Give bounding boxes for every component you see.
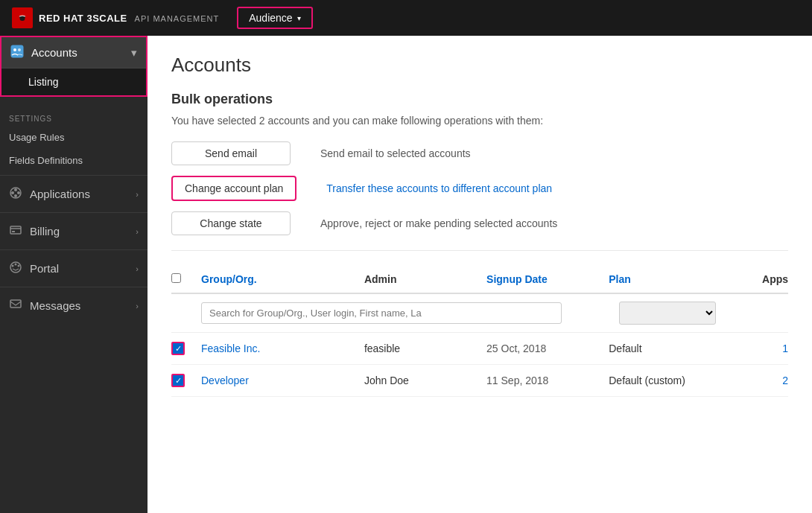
svg-rect-9 bbox=[10, 226, 21, 234]
svg-point-8 bbox=[14, 194, 17, 197]
billing-icon bbox=[9, 223, 22, 239]
row-signup-developer: 11 Sep, 2018 bbox=[486, 375, 609, 386]
row-admin-feasible: feasible bbox=[364, 342, 486, 354]
group-search-input[interactable] bbox=[201, 302, 562, 324]
bulk-ops-description: You have selected 2 accounts and you can… bbox=[171, 115, 788, 127]
page-title: Accounts bbox=[171, 54, 788, 77]
chevron-down-icon: ▾ bbox=[297, 14, 301, 22]
table-filter-row bbox=[171, 294, 788, 333]
plan-filter-select[interactable] bbox=[619, 302, 716, 325]
sidebar: Accounts ▾ Listing Settings Usage Rules … bbox=[0, 36, 148, 513]
portal-icon bbox=[9, 261, 22, 276]
main-content: Accounts Bulk operations You have select… bbox=[148, 36, 812, 513]
svg-point-3 bbox=[18, 48, 21, 51]
applications-chevron-icon: › bbox=[136, 190, 139, 199]
messages-chevron-icon: › bbox=[136, 302, 139, 310]
svg-point-5 bbox=[11, 191, 14, 194]
redhat-logo-icon bbox=[12, 7, 33, 28]
change-state-button[interactable]: Change state bbox=[171, 211, 291, 235]
portal-chevron-icon: › bbox=[136, 264, 139, 273]
billing-chevron-icon: › bbox=[136, 227, 139, 236]
svg-point-13 bbox=[12, 265, 14, 267]
brand-sub: API MANAGEMENT bbox=[135, 14, 220, 23]
usage-rules-label: Usage Rules bbox=[9, 132, 64, 143]
header-check-col bbox=[171, 273, 201, 285]
section-divider bbox=[171, 250, 788, 251]
svg-point-14 bbox=[15, 264, 17, 266]
change-state-desc: Approve, reject or make pending selected… bbox=[320, 217, 557, 229]
row-group-developer[interactable]: Developer bbox=[201, 375, 364, 386]
row-signup-feasible: 25 Oct, 2018 bbox=[486, 342, 609, 354]
sidebar-item-applications[interactable]: Applications › bbox=[0, 175, 148, 212]
audience-button[interactable]: Audience ▾ bbox=[237, 7, 312, 29]
change-plan-row: Change account plan Transfer these accou… bbox=[171, 176, 788, 201]
sidebar-item-portal[interactable]: Portal › bbox=[0, 249, 148, 287]
sidebar-item-accounts[interactable]: Accounts ▾ bbox=[1, 37, 146, 68]
table-header: Group/Org. Admin Signup Date Plan Apps bbox=[171, 266, 788, 294]
sidebar-item-billing[interactable]: Billing › bbox=[0, 212, 148, 249]
audience-label: Audience bbox=[249, 12, 292, 24]
row-apps-developer[interactable]: 2 bbox=[731, 375, 788, 386]
sidebar-item-messages[interactable]: Messages › bbox=[0, 287, 148, 324]
filter-search-col bbox=[201, 302, 562, 324]
checked-checkbox-feasible[interactable] bbox=[171, 342, 185, 355]
send-email-row: Send email Send email to selected accoun… bbox=[171, 141, 788, 165]
sidebar-accounts-section: Accounts ▾ Listing bbox=[0, 36, 148, 97]
logo-area: RED HAT 3SCALE API MANAGEMENT bbox=[12, 7, 219, 28]
accounts-chevron-icon: ▾ bbox=[131, 46, 137, 60]
applications-label: Applications bbox=[30, 188, 90, 200]
row-plan-developer: Default (custom) bbox=[609, 375, 731, 386]
row-admin-developer: John Doe bbox=[364, 375, 486, 386]
table-row: Feasible Inc. feasible 25 Oct, 2018 Defa… bbox=[171, 333, 788, 365]
sidebar-item-listing[interactable]: Listing bbox=[1, 68, 146, 95]
select-all-checkbox[interactable] bbox=[171, 273, 181, 283]
messages-icon bbox=[9, 298, 22, 313]
svg-rect-11 bbox=[12, 231, 15, 232]
top-navigation: RED HAT 3SCALE API MANAGEMENT Audience ▾ bbox=[0, 0, 812, 36]
sidebar-settings-group: Settings Usage Rules Fields Definitions bbox=[0, 103, 148, 172]
settings-section-label: Settings bbox=[0, 103, 148, 126]
row-apps-feasible[interactable]: 1 bbox=[731, 342, 788, 354]
svg-point-15 bbox=[18, 265, 20, 267]
row-check-feasible[interactable] bbox=[171, 342, 201, 355]
svg-rect-1 bbox=[11, 45, 23, 57]
filter-plan-col bbox=[562, 302, 716, 325]
brand-name: RED HAT 3SCALE bbox=[39, 13, 127, 24]
table-row: Developer John Doe 11 Sep, 2018 Default … bbox=[171, 365, 788, 397]
applications-icon bbox=[9, 186, 22, 202]
header-plan-col[interactable]: Plan bbox=[609, 273, 731, 285]
checked-checkbox-developer[interactable] bbox=[171, 374, 185, 387]
svg-point-6 bbox=[14, 188, 17, 191]
messages-label: Messages bbox=[30, 299, 80, 312]
fields-definitions-label: Fields Definitions bbox=[9, 155, 83, 166]
header-apps-col: Apps bbox=[731, 273, 788, 285]
sidebar-item-usage-rules[interactable]: Usage Rules bbox=[0, 126, 148, 149]
svg-point-2 bbox=[13, 48, 16, 51]
main-layout: Accounts ▾ Listing Settings Usage Rules … bbox=[0, 36, 812, 513]
billing-label: Billing bbox=[30, 225, 60, 238]
change-account-plan-button[interactable]: Change account plan bbox=[171, 176, 296, 201]
listing-label: Listing bbox=[28, 76, 58, 88]
row-group-feasible[interactable]: Feasible Inc. bbox=[201, 342, 364, 354]
header-admin-col: Admin bbox=[364, 273, 486, 285]
svg-rect-16 bbox=[10, 300, 21, 308]
sidebar-item-fields-definitions[interactable]: Fields Definitions bbox=[0, 149, 148, 172]
header-signup-col[interactable]: Signup Date bbox=[486, 273, 609, 285]
send-email-desc: Send email to selected accounts bbox=[320, 147, 471, 159]
row-plan-feasible: Default bbox=[609, 342, 731, 354]
accounts-label: Accounts bbox=[31, 46, 77, 59]
accounts-icon bbox=[10, 45, 24, 60]
change-state-row: Change state Approve, reject or make pen… bbox=[171, 211, 788, 235]
change-plan-desc: Transfer these accounts to different acc… bbox=[326, 182, 552, 194]
logo-text-block: RED HAT 3SCALE API MANAGEMENT bbox=[39, 12, 219, 24]
svg-point-7 bbox=[17, 191, 20, 194]
portal-label: Portal bbox=[30, 262, 59, 275]
row-check-developer[interactable] bbox=[171, 374, 201, 387]
bulk-ops-title: Bulk operations bbox=[171, 92, 788, 107]
send-email-button[interactable]: Send email bbox=[171, 141, 291, 165]
header-group-col[interactable]: Group/Org. bbox=[201, 273, 364, 285]
